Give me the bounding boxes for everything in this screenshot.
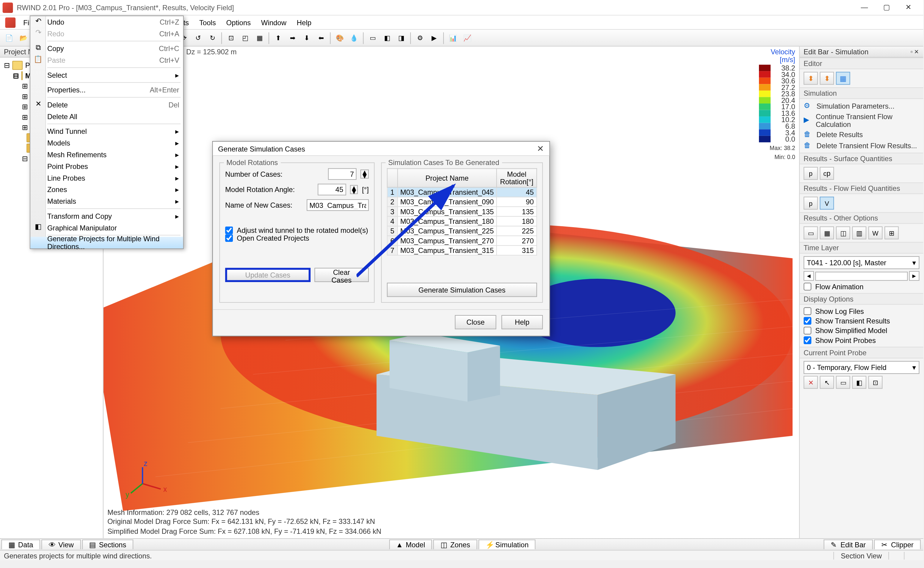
- sim-link-0[interactable]: ⚙Simulation Parameters...: [804, 101, 919, 110]
- editor-btn-2[interactable]: ⬍: [820, 72, 834, 85]
- toolbar-btn-20[interactable]: ◰: [239, 32, 252, 44]
- edit-bar-title: Edit Bar - Simulation: [804, 48, 868, 56]
- toolbar-btn-26[interactable]: ⬅: [314, 32, 328, 44]
- edit-menu-line-probes[interactable]: Line Probes▸: [30, 172, 183, 184]
- group-rotations-title: Model Rotations: [224, 159, 281, 166]
- edit-menu-models[interactable]: Models▸: [30, 137, 183, 149]
- other-btn-5[interactable]: W: [868, 227, 882, 239]
- menu-window[interactable]: Window: [256, 17, 292, 27]
- menu-options[interactable]: Options: [221, 17, 256, 27]
- toolbar-btn-1[interactable]: 📂: [17, 32, 30, 44]
- edit-menu-properties-[interactable]: Properties...Alt+Enter: [30, 84, 183, 96]
- probe-del[interactable]: ✕: [804, 376, 818, 389]
- tab-zones[interactable]: ◫Zones: [433, 539, 477, 549]
- toolbar-btn-36[interactable]: ▶: [428, 32, 441, 44]
- tab-model[interactable]: ▲Model: [389, 539, 432, 549]
- surf-cp-button[interactable]: cp: [820, 167, 834, 180]
- toolbar-btn-23[interactable]: ⬆: [272, 32, 285, 44]
- toolbar-btn-24[interactable]: ➡: [286, 32, 299, 44]
- toolbar-btn-39[interactable]: 📈: [460, 32, 474, 44]
- edit-menu-transform-and-copy[interactable]: Transform and Copy▸: [30, 210, 183, 222]
- probe-b5[interactable]: ⊡: [868, 376, 882, 389]
- tab-edit-bar[interactable]: ✎Edit Bar: [824, 539, 873, 549]
- dialog-help-button[interactable]: Help: [501, 315, 543, 329]
- edit-menu-select[interactable]: Select▸: [30, 69, 183, 81]
- tab-view[interactable]: 👁View: [42, 539, 81, 549]
- other-btn-1[interactable]: ▭: [804, 227, 818, 239]
- adjust-checkbox[interactable]: [225, 227, 233, 234]
- sim-link-2[interactable]: 🗑Delete Results: [804, 130, 919, 139]
- probe-b2[interactable]: ↖: [820, 376, 834, 389]
- toolbar-btn-38[interactable]: 📊: [447, 32, 459, 44]
- toolbar-btn-35[interactable]: ⚙: [414, 32, 426, 44]
- display-opt-0[interactable]: [804, 307, 811, 315]
- maximize-button[interactable]: ▢: [879, 3, 894, 12]
- 3d-viewport[interactable]: .069 m, Dy = 287.804 m, Dz = 125.902 m: [104, 47, 799, 538]
- svg-text:y: y: [126, 491, 130, 499]
- surf-p-button[interactable]: p: [804, 167, 818, 180]
- close-button[interactable]: ✕: [901, 3, 915, 12]
- time-layer-combo[interactable]: T041 - 120.00 [s], Master▾: [804, 256, 919, 269]
- edit-menu-wind-tunnel[interactable]: Wind Tunnel▸: [30, 125, 183, 137]
- edit-menu-delete[interactable]: ✕DeleteDel: [30, 99, 183, 111]
- toolbar-btn-25[interactable]: ⬇: [300, 32, 313, 44]
- toolbar-btn-17[interactable]: ↻: [206, 32, 219, 44]
- toolbar-btn-31[interactable]: ▭: [366, 32, 379, 44]
- bottom-tabs: ▦Data👁View▤Sections ▲Model◫Zones⚡Simulat…: [0, 538, 923, 550]
- flow-anim-checkbox[interactable]: [804, 282, 811, 290]
- tab-clipper[interactable]: ✂Clipper: [874, 539, 921, 549]
- open-checkbox[interactable]: [225, 234, 233, 242]
- flow-v-button[interactable]: V: [820, 196, 834, 210]
- toolbar-btn-32[interactable]: ◧: [380, 32, 393, 44]
- toolbar-btn-19[interactable]: ⊡: [225, 32, 237, 44]
- display-opt-1[interactable]: [804, 317, 811, 325]
- time-next[interactable]: ▸: [909, 271, 919, 281]
- toolbar-btn-29[interactable]: 💧: [347, 32, 361, 44]
- probe-b3[interactable]: ▭: [836, 376, 850, 389]
- edit-menu-copy[interactable]: ⧉CopyCtrl+C: [30, 42, 183, 54]
- dialog-close-icon[interactable]: ✕: [537, 144, 544, 153]
- svg-line-21: [356, 186, 453, 276]
- dialog-close-button[interactable]: Close: [455, 315, 496, 329]
- other-btn-3[interactable]: ◫: [836, 227, 850, 239]
- toolbar-btn-33[interactable]: ◨: [395, 32, 408, 44]
- toolbar-btn-21[interactable]: ▦: [253, 32, 266, 44]
- editor-btn-1[interactable]: ⬍: [804, 72, 818, 85]
- other-btn-6[interactable]: ⊞: [885, 227, 898, 239]
- tab-data[interactable]: ▦Data: [1, 539, 40, 549]
- edit-menu-point-probes[interactable]: Point Probes▸: [30, 160, 183, 172]
- other-btn-2[interactable]: ▦: [820, 227, 834, 239]
- display-opt-2[interactable]: [804, 327, 811, 335]
- probe-b4[interactable]: ◧: [852, 376, 866, 389]
- update-cases-button[interactable]: Update Cases: [225, 268, 310, 282]
- tab-simulation[interactable]: ⚡Simulation: [479, 539, 536, 549]
- tab-sections[interactable]: ▤Sections: [82, 539, 134, 549]
- edit-menu-mesh-refinements[interactable]: Mesh Refinements▸: [30, 149, 183, 160]
- flow-p-button[interactable]: p: [804, 196, 818, 210]
- edit-menu-undo[interactable]: ↶UndoCtrl+Z: [30, 16, 183, 28]
- edit-menu-delete-all[interactable]: Delete All: [30, 111, 183, 122]
- sim-link-3[interactable]: 🗑Delete Transient Flow Results...: [804, 141, 919, 150]
- menu-tools[interactable]: Tools: [194, 17, 221, 27]
- edit-menu-zones[interactable]: Zones▸: [30, 184, 183, 195]
- display-opt-3[interactable]: [804, 336, 811, 344]
- probe-combo[interactable]: 0 - Temporary, Flow Field▾: [804, 361, 919, 374]
- editor-btn-3[interactable]: ▦: [836, 72, 850, 85]
- rot-angle-label: Model Rotation Angle:: [225, 186, 313, 193]
- rot-angle-input[interactable]: [317, 184, 346, 195]
- color-legend: Velocity [m/s] 38.234.030.627.223.820.41…: [759, 48, 795, 160]
- edit-menu-materials[interactable]: Materials▸: [30, 195, 183, 207]
- edit-menu-graphical-manipulator[interactable]: ◧Graphical Manipulator: [30, 222, 183, 234]
- other-btn-4[interactable]: ▥: [852, 227, 866, 239]
- edit-menu-generate-projects-for-multiple-wind-directions-[interactable]: Generate Projects for Multiple Wind Dire…: [30, 237, 183, 248]
- toolbar-btn-0[interactable]: 📄: [3, 32, 16, 44]
- toolbar-btn-16[interactable]: ↺: [192, 32, 204, 44]
- menu-help[interactable]: Help: [292, 17, 317, 27]
- simulation-section: Simulation: [800, 87, 923, 99]
- status-text: Generates projects for multiple wind dir…: [4, 551, 152, 559]
- minimize-button[interactable]: —: [858, 3, 871, 12]
- toolbar-btn-28[interactable]: 🎨: [333, 32, 346, 44]
- num-cases-input[interactable]: [328, 168, 356, 180]
- sim-link-1[interactable]: ▶Continue Transient Flow Calculation: [804, 113, 919, 128]
- time-prev[interactable]: ◂: [804, 271, 814, 281]
